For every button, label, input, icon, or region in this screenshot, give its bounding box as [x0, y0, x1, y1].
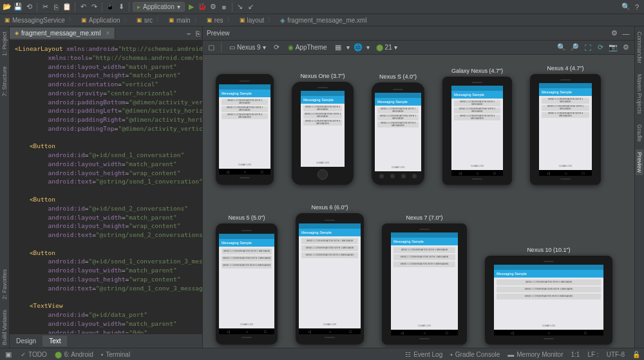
capture-icon[interactable]: 📷 [609, 43, 618, 52]
editor-tab[interactable]: ◈ fragment_message_me.xml × [10, 28, 115, 39]
device-preview[interactable]: Nexus 4 (4.7")Messaging SampleSEND 1 CON… [530, 65, 601, 185]
gear-icon[interactable]: ⚙ [610, 29, 619, 38]
preview-button: SEND 1 CONVERSATION WITH 3 MESSAGES [301, 252, 358, 258]
search-icon[interactable]: 🔍 [621, 3, 630, 12]
preview-button: SEND 1 CONVERSATION WITH 3 MESSAGES [222, 113, 268, 119]
device-preview[interactable]: Galaxy Nexus (4.7")Messaging SampleSEND … [442, 68, 512, 185]
code-editor[interactable]: <LinearLayout xmlns:android="http://sche… [10, 41, 202, 334]
preview-tool-button[interactable]: Preview [636, 149, 643, 175]
device-preview[interactable]: Nexus One (3.7")Messaging SampleSEND 1 C… [292, 73, 354, 185]
sdk-icon[interactable]: ⬇ [117, 3, 126, 12]
cut-icon[interactable]: ✂ [41, 3, 50, 12]
close-icon[interactable]: × [106, 30, 109, 37]
event-log-button[interactable]: ☷Event Log [405, 351, 442, 358]
maven-tool-button[interactable]: Maven Projects [636, 71, 643, 117]
run-config-label: Application [143, 3, 175, 10]
lock-icon[interactable]: 🔓 [632, 351, 640, 358]
save-icon[interactable]: 💾 [14, 3, 23, 12]
breadcrumb-item[interactable]: ▣main〉 [167, 15, 204, 25]
preview-button: SEND 1 CONVERSATION WITH 1 MESSAGE [454, 100, 500, 106]
settings-icon[interactable]: ⚙ [621, 43, 630, 52]
structure-tool-button[interactable]: 7: Structure [1, 64, 8, 99]
preview-button: SEND 1 CONVERSATION WITH 3 MESSAGES [303, 120, 342, 126]
app-bar: Messaging Sample [299, 229, 361, 236]
api-selector[interactable]: ⬤21▾ [374, 43, 400, 52]
locale-icon[interactable]: 🌐 [354, 43, 363, 52]
cursor-position: 1:1 [571, 351, 580, 358]
theme-selector[interactable]: ◉AppTheme [285, 43, 330, 52]
frag-icon[interactable]: ▦ [334, 43, 343, 52]
preview-button: SEND 1 CONVERSATION WITH 3 MESSAGES [377, 122, 419, 128]
virtual-device-icon[interactable]: ▢ [207, 43, 216, 52]
preview-button: SEND 2 CONVERSATIONS WITH 1 MESSAGE [222, 106, 268, 112]
hide-icon[interactable]: — [621, 29, 630, 38]
vcs-icon[interactable]: ↘ [236, 3, 245, 12]
debug-icon[interactable]: 🐞 [198, 3, 207, 12]
breadcrumb-item[interactable]: ◈fragment_message_me.xml [278, 16, 368, 24]
project-tool-button[interactable]: 1: Project [1, 29, 8, 59]
avd-icon[interactable]: 📱 [106, 3, 115, 12]
text-tab[interactable]: Text [43, 336, 67, 346]
breadcrumb-item[interactable]: ▣res〉 [205, 15, 236, 25]
breadcrumb-item[interactable]: ▣src〉 [135, 15, 166, 25]
breadcrumb: ▣MessagingService〉 ▣Application〉 ▣src〉 ▣… [0, 14, 644, 26]
tool-windows-icon[interactable]: ▣ [4, 350, 13, 359]
preview-button: CLEAR LOG [393, 323, 455, 328]
preview-button: CLEAR LOG [222, 322, 272, 327]
device-preview[interactable]: Nexus 7 (7.0")Messaging SampleSEND 1 CON… [382, 214, 467, 345]
run-config-selector[interactable]: ▸ Application ▾ [133, 2, 185, 12]
zoom-out-icon[interactable]: 🔎 [570, 43, 579, 52]
stop-icon[interactable]: ■ [220, 3, 229, 12]
breadcrumb-item[interactable]: ▣Application〉 [79, 15, 133, 25]
preview-button: CLEAR LOG [377, 165, 419, 169]
vcs-icon[interactable]: ↙ [247, 3, 256, 12]
copy-icon[interactable]: ⎘ [52, 3, 61, 12]
run-icon[interactable]: ▶ [187, 3, 196, 12]
commander-tool-button[interactable]: Commander [636, 29, 643, 66]
preview-button: SEND 1 CONVERSATION WITH 3 MESSAGES [497, 294, 601, 299]
split-icon[interactable]: ⫟ [184, 29, 193, 38]
design-tab[interactable]: Design [10, 336, 43, 346]
undo-icon[interactable]: ↶ [79, 3, 88, 12]
file-encoding[interactable]: UTF-8 [607, 351, 625, 358]
redo-icon[interactable]: ↷ [90, 3, 99, 12]
todo-tool-button[interactable]: ✓TODO [21, 351, 47, 358]
favorites-tool-button[interactable]: 2: Favorites [1, 267, 8, 302]
preview-button: SEND 1 CONVERSATION WITH 1 MESSAGE [303, 106, 342, 111]
device-preview[interactable]: Nexus 6 (6.0")Messaging SampleSEND 1 CON… [296, 204, 364, 345]
line-sep[interactable]: LF : [587, 351, 598, 358]
preview-button: CLEAR LOG [454, 164, 500, 168]
device-preview[interactable]: Messaging SampleSEND 1 CONVERSATION WITH… [216, 71, 274, 185]
breadcrumb-item[interactable]: ▣MessagingService〉 [3, 15, 78, 25]
editor-pane: ◈ fragment_message_me.xml × ⫟ ⎘ <LinearL… [10, 26, 203, 348]
zoom-in-icon[interactable]: 🔍 [557, 43, 566, 52]
editor-tabs: ◈ fragment_message_me.xml × ⫟ ⎘ [10, 26, 202, 41]
folder-icon: ▣ [81, 17, 87, 23]
device-preview[interactable]: Nexus S (4.0")Messaging SampleSEND 1 CON… [372, 73, 424, 185]
build-variants-tool-button[interactable]: Build Variants [1, 307, 8, 348]
zoom-fit-icon[interactable]: ⛶ [583, 43, 592, 52]
preview-button: SEND 1 CONVERSATION WITH 1 MESSAGE [222, 249, 272, 254]
refresh-icon[interactable]: ⟳ [596, 43, 605, 52]
android-tool-button[interactable]: ⬤6: Android [55, 351, 93, 358]
help-icon[interactable]: ? [632, 3, 641, 12]
preview-title: Preview [207, 30, 230, 37]
device-preview[interactable]: Nexus 5 (5.0")Messaging SampleSEND 1 CON… [216, 214, 278, 345]
device-preview[interactable]: Nexus 10 (10.1")Messaging SampleSEND 1 C… [485, 247, 612, 345]
pin-icon[interactable]: ⎘ [193, 29, 202, 38]
breadcrumb-item[interactable]: ▣layout〉 [238, 15, 278, 25]
preview-button: SEND 1 CONVERSATION WITH 3 MESSAGES [454, 115, 500, 120]
attach-icon[interactable]: ⚙ [209, 3, 218, 12]
preview-button: CLEAR LOG [301, 322, 358, 327]
sync-icon[interactable]: ⟲ [24, 3, 33, 12]
gradle-console-button[interactable]: ▪Gradle Console [450, 351, 500, 358]
orientation-icon[interactable]: ⟳ [272, 43, 281, 52]
paste-icon[interactable]: 📋 [62, 3, 71, 12]
preview-button: SEND 2 CONVERSATIONS WITH 1 MESSAGE [497, 287, 601, 292]
gradle-tool-button[interactable]: Gradle [636, 122, 643, 144]
device-preview-area[interactable]: Messaging SampleSEND 1 CONVERSATION WITH… [203, 55, 634, 348]
terminal-tool-button[interactable]: ▪Terminal [101, 351, 130, 358]
memory-monitor-button[interactable]: ▬Memory Monitor [507, 351, 563, 358]
device-selector[interactable]: ▭Nexus 9▾ [227, 43, 269, 52]
open-icon[interactable]: 📂 [3, 3, 12, 12]
